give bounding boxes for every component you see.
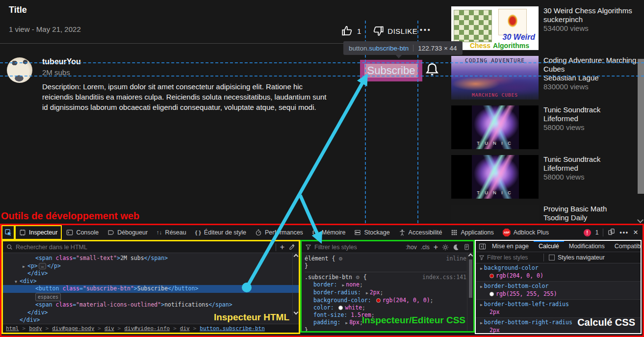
video-title[interactable]: Coding Adventure: Marching Cubes (543, 56, 639, 74)
css-scrollbar-thumb[interactable] (469, 259, 472, 298)
page-scrollbar-thumb[interactable] (638, 59, 644, 194)
class-toggle[interactable]: .cls (421, 244, 430, 251)
video-title[interactable]: Tunic Soundtrack (543, 155, 639, 164)
expand-property-icon[interactable]: ▶ (480, 266, 483, 271)
rule-gear-icon[interactable]: ⚙ (338, 256, 343, 261)
devtools-tab-performance[interactable]: Performances (251, 225, 308, 240)
css-rule-origin[interactable]: index.css:141 (422, 274, 466, 281)
devtools-tab-abp[interactable]: ABPAdblock Plus (498, 225, 553, 240)
devtools-tab-style-editor[interactable]: { }Éditeur de style (191, 225, 251, 240)
scroll-up-icon[interactable] (293, 254, 298, 259)
markup-code-line[interactable]: espaces (3, 293, 299, 302)
expand-property-icon[interactable]: ▶ (480, 321, 483, 325)
css-rule-origin[interactable]: inline (446, 255, 466, 262)
breadcrumb-item[interactable]: div#video-info (124, 325, 170, 332)
breadcrumb-item[interactable]: div (180, 325, 190, 332)
whitespace-badge[interactable]: espaces (35, 293, 61, 302)
pseudo-class-toggle[interactable]: :hov (406, 244, 417, 251)
video-title[interactable]: Tunic Soundtrack (543, 105, 639, 114)
video-thumbnail[interactable]: 30 WeirdChessAlgorithms (451, 6, 539, 50)
video-title[interactable]: Proving Basic Math (543, 205, 639, 213)
element-picker-icon[interactable] (1, 225, 15, 240)
color-swatch[interactable] (338, 306, 343, 310)
markup-code-line[interactable]: <span class="small-text">2M subs</span> (3, 255, 299, 262)
video-thumbnail[interactable]: T U N I C (451, 155, 539, 199)
twisty-expanded-icon[interactable]: ▼ (15, 278, 17, 286)
devtools-tab-debugger[interactable]: Débogueur (103, 225, 152, 240)
expand-property-icon[interactable]: ▶ (480, 285, 483, 289)
thumbs-up-icon[interactable] (341, 25, 354, 37)
dark-theme-icon[interactable] (453, 244, 460, 251)
devtools-tab-inspector[interactable]: Inspecteur (15, 225, 62, 240)
scroll-up-icon[interactable] (468, 254, 473, 259)
notifications-bell-icon[interactable] (424, 61, 440, 79)
computed-panel-tab[interactable]: Mise en page (487, 241, 534, 252)
devtools-tab-applications[interactable]: Applications (446, 225, 498, 240)
markup-view[interactable]: <span class="small-text">2M subs</span>▶… (3, 253, 299, 315)
breadcrumb-item[interactable]: html (6, 325, 19, 332)
markup-code-line[interactable]: </div> (3, 270, 299, 278)
twisty-collapsed-icon[interactable]: ▶ (23, 263, 25, 271)
channel-name[interactable]: tubeurYou (42, 57, 81, 66)
expand-property-icon[interactable]: ▶ (480, 303, 483, 307)
css-property[interactable]: border-radius: ▶2px; (305, 289, 466, 297)
devtools-tab-memory[interactable]: Mémoire (308, 225, 350, 240)
markup-code-line[interactable]: <button class="subscribe-btn">Subscribe<… (3, 285, 299, 293)
css-property[interactable]: color: white; (305, 304, 466, 311)
css-filter-input[interactable] (314, 244, 402, 251)
color-swatch[interactable] (376, 298, 381, 303)
video-thumbnail[interactable]: T U N I C (451, 105, 539, 149)
css-rule-header[interactable]: .subscribe-btn ⚙ {index.css:141 (305, 274, 466, 281)
computed-panel-tab[interactable]: Modifications (564, 241, 610, 252)
responsive-design-icon[interactable] (608, 228, 615, 237)
markup-scrollbar[interactable] (292, 253, 299, 315)
devtools-tab-console[interactable]: Console (62, 225, 103, 240)
computed-filter-input[interactable] (487, 254, 543, 261)
css-property[interactable]: border: ▶none; (305, 281, 466, 289)
computed-property-name-row[interactable]: ▶background-color (479, 264, 641, 272)
recommended-video-item[interactable]: T U N I CTunic SoundtrackLifeformed58000… (451, 105, 640, 149)
css-property[interactable]: background-color: rgb(204, 0, 0); (305, 297, 466, 304)
error-count-icon[interactable]: ! (584, 229, 591, 236)
video-title[interactable]: 30 Weird Chess Algorithms (543, 6, 639, 15)
expand-value-icon[interactable]: ▶ (345, 321, 348, 325)
css-rule-header[interactable]: élément { ⚙inline (305, 255, 466, 262)
markup-code-line[interactable]: ▼<div> (3, 278, 299, 285)
computed-property[interactable]: ▶background-colorrgb(204, 0, 0) (476, 263, 641, 282)
add-node-button[interactable]: + (280, 243, 284, 252)
computed-panel-tab[interactable]: Compatibilité (610, 241, 641, 252)
add-rule-button[interactable]: + (434, 243, 438, 252)
more-options-icon[interactable]: ••• (420, 26, 432, 34)
panel-toggle-icon[interactable] (479, 243, 486, 250)
breadcrumb-item[interactable]: button.subscribe-btn (200, 325, 264, 332)
computed-property-name-row[interactable]: ▶border-bottom-color (479, 283, 641, 290)
markup-code-line[interactable]: ▶<p>…</p> (3, 262, 299, 270)
markup-code-line[interactable]: <span class="material-icons-outlined">no… (3, 301, 299, 309)
devtools-tab-storage[interactable]: Stockage (350, 225, 394, 240)
breadcrumb-item[interactable]: div (104, 325, 114, 332)
computed-property[interactable]: ▶border-bottom-left-radius2px (476, 300, 641, 318)
scroll-down-icon[interactable] (293, 310, 298, 315)
expand-value-icon[interactable]: ▶ (342, 283, 344, 287)
dislike-button[interactable]: DISLIKE (387, 27, 417, 35)
recommended-video-item[interactable]: 30 WeirdChessAlgorithms30 Weird Chess Al… (451, 6, 640, 50)
recommended-video-item[interactable]: T U N I CTunic SoundtrackLifeformed58000… (451, 155, 640, 199)
print-media-icon[interactable] (464, 244, 470, 250)
rule-gear-icon[interactable]: ⚙ (356, 275, 360, 280)
eyedropper-icon[interactable] (288, 244, 295, 251)
breadcrumb-item[interactable]: div#page-body (52, 325, 94, 332)
thumbs-down-icon[interactable] (372, 25, 385, 37)
computed-property-name-row[interactable]: ▶border-bottom-left-radius (479, 301, 641, 309)
devtools-menu-icon[interactable]: ••• (619, 229, 629, 236)
css-panel-scrollbar[interactable] (467, 253, 473, 331)
computed-property[interactable]: ▶border-bottom-colorrgb(255, 255, 255) (476, 282, 641, 300)
breadcrumb-item[interactable]: body (29, 325, 42, 332)
browser-styles-checkbox[interactable] (549, 255, 555, 260)
channel-avatar[interactable] (7, 57, 32, 83)
html-search-input[interactable] (16, 244, 276, 251)
computed-panel-tab[interactable]: Calculé (534, 241, 564, 252)
devtools-tab-network[interactable]: ↑↓Réseau (152, 225, 191, 240)
light-theme-icon[interactable] (442, 244, 449, 251)
expand-value-icon[interactable]: ▶ (366, 291, 368, 295)
devtools-close-icon[interactable]: × (633, 228, 638, 237)
